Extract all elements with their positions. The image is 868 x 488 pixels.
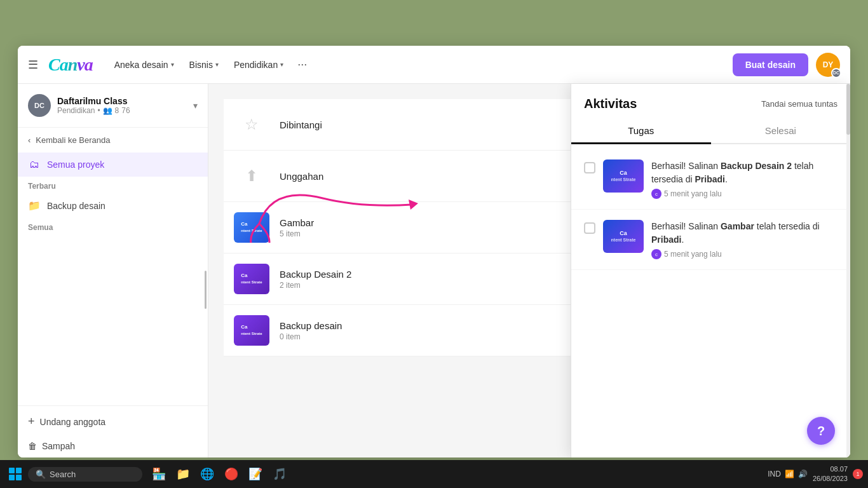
more-menu-button[interactable]: ··· xyxy=(292,54,312,75)
trash-button[interactable]: 🗑 Sampah xyxy=(18,435,208,458)
folder-count: 0 item xyxy=(280,332,342,341)
nav-item-bisnis[interactable]: Bisnis ▾ xyxy=(183,56,225,74)
sidebar-item-semua-proyek[interactable]: 🗂 Semua proyek xyxy=(18,152,208,177)
chevron-icon: ▾ xyxy=(280,61,283,68)
folder-upload-icon-wrap: ⬆ xyxy=(234,161,269,191)
folder-name: Backup Desain 2 xyxy=(280,269,351,280)
workspace-meta: Pendidikan • 👥 8 76 xyxy=(57,106,187,115)
taskbar-app-files[interactable]: 📁 xyxy=(172,463,194,485)
activity-checkbox[interactable] xyxy=(584,222,595,234)
navbar-nav: Aneka desain ▾ Bisnis ▾ Pendidikan ▾ ··· xyxy=(108,54,313,75)
sidebar-item-backup-desain[interactable]: 📁 Backup desain xyxy=(18,193,208,218)
folder-star-icon-wrap: ☆ xyxy=(234,109,269,140)
chevron-icon: ▾ xyxy=(171,61,174,68)
activity-avatar: c xyxy=(651,249,661,259)
activity-time-text: 5 menit yang lalu xyxy=(664,250,722,259)
workspace-name: Daftarilmu Class xyxy=(57,96,187,106)
canva-logo: Canva xyxy=(48,55,93,75)
divider xyxy=(18,405,208,406)
taskbar-search[interactable]: 🔍 Search xyxy=(28,467,142,482)
activity-item: Ca ntent Strate Berhasil! Salinan Backup… xyxy=(571,149,850,210)
mark-all-done-button[interactable]: Tandai semua tuntas xyxy=(761,99,837,109)
wifi-icon: 📶 xyxy=(785,470,794,478)
nav-item-pendidikan[interactable]: Pendidikan ▾ xyxy=(227,56,290,74)
folder-outline-icon: 📁 xyxy=(28,200,41,212)
main-content: DC Daftarilmu Class Pendidikan • 👥 8 76 … xyxy=(18,84,850,458)
start-button[interactable] xyxy=(5,464,25,484)
folder-icon: 🗂 xyxy=(28,159,41,170)
browser-window: ☰ Canva Aneka desain ▾ Bisnis ▾ Pendidik… xyxy=(18,46,850,458)
taskbar-right: IND 📶 🔊 08.07 26/08/2023 1 xyxy=(768,464,863,484)
sidebar: DC Daftarilmu Class Pendidikan • 👥 8 76 … xyxy=(18,84,208,458)
chevron-icon: ▾ xyxy=(215,61,219,68)
sidebar-scrollbar xyxy=(205,271,207,309)
panel-scrollbar xyxy=(846,84,850,458)
activity-time: c 5 menit yang lalu xyxy=(651,249,837,259)
windows-icon xyxy=(9,468,22,480)
back-icon: ‹ xyxy=(28,135,31,145)
folder-name: Dibintangi xyxy=(280,119,322,130)
folder-count: 5 item xyxy=(280,229,314,238)
nav-item-aneka-desain[interactable]: Aneka desain ▾ xyxy=(108,56,180,74)
star-icon: ☆ xyxy=(245,116,259,133)
taskbar-app-notes[interactable]: 📝 xyxy=(244,463,267,485)
activity-text: Berhasil! Salinan Gambar telah tersedia … xyxy=(651,220,837,259)
tab-selesai[interactable]: Selesai xyxy=(711,119,851,144)
activity-tabs: Tugas Selesai xyxy=(571,119,850,144)
activity-header: Aktivitas Tandai semua tuntas xyxy=(571,84,850,111)
tab-tugas[interactable]: Tugas xyxy=(571,119,711,144)
workspace-chevron-icon: ▾ xyxy=(193,100,198,111)
section-label-terbaru: Terbaru xyxy=(18,177,208,193)
activity-description: Berhasil! Salinan Gambar telah tersedia … xyxy=(651,220,837,247)
invite-member-button[interactable]: + Undang anggota xyxy=(18,409,208,435)
folder-name: Backup desain xyxy=(280,320,342,331)
plus-icon: + xyxy=(28,415,35,428)
activity-panel: Aktivitas Tandai semua tuntas Tugas Sele… xyxy=(571,84,850,458)
taskbar-app-edge[interactable]: 🌐 xyxy=(196,463,219,485)
help-button[interactable]: ? xyxy=(807,417,835,445)
language-indicator: IND xyxy=(768,470,781,478)
workspace-info: Daftarilmu Class Pendidikan • 👥 8 76 xyxy=(57,96,187,115)
menu-icon[interactable]: ☰ xyxy=(28,58,38,72)
user-avatar[interactable]: DY DC xyxy=(816,53,840,77)
taskbar-apps: 🏪 📁 🌐 🔴 📝 🎵 xyxy=(147,463,291,485)
search-icon: 🔍 xyxy=(36,470,46,479)
panel-scrollbar-thumb xyxy=(846,84,850,135)
activity-time: c 5 menit yang lalu xyxy=(651,189,837,199)
trash-icon: 🗑 xyxy=(28,441,37,451)
navbar: ☰ Canva Aneka desain ▾ Bisnis ▾ Pendidik… xyxy=(18,46,850,84)
activity-time-text: 5 menit yang lalu xyxy=(664,189,722,198)
activity-avatar: c xyxy=(651,189,661,199)
taskbar: 🔍 Search 🏪 📁 🌐 🔴 📝 🎵 IND 📶 🔊 08.07 xyxy=(0,460,868,488)
taskbar-app-store[interactable]: 🏪 xyxy=(147,463,170,485)
avatar-badge: DC xyxy=(831,68,841,78)
section-label-semua: Semua xyxy=(18,218,208,234)
upload-icon: ⬆ xyxy=(245,167,258,185)
activity-item: Ca ntent Strate Berhasil! Salinan Gambar… xyxy=(571,210,850,270)
activity-list: Ca ntent Strate Berhasil! Salinan Backup… xyxy=(571,144,850,458)
activity-thumbnail: Ca ntent Strate xyxy=(603,220,644,253)
activity-thumbnail: Ca ntent Strate xyxy=(603,159,644,193)
workspace-selector[interactable]: DC Daftarilmu Class Pendidikan • 👥 8 76 … xyxy=(18,84,208,128)
folder-thumbnail-backup2: Cantent Strate xyxy=(234,264,269,294)
navbar-right: Buat desain DY DC xyxy=(733,53,840,77)
taskbar-app-chrome[interactable]: 🔴 xyxy=(220,463,243,485)
activity-title: Aktivitas xyxy=(584,97,637,111)
taskbar-system-icons: IND 📶 🔊 xyxy=(768,470,808,478)
back-link[interactable]: ‹ Kembali ke Beranda xyxy=(18,128,208,152)
folder-name: Gambar xyxy=(280,217,314,228)
buat-desain-button[interactable]: Buat desain xyxy=(733,53,808,76)
folder-thumbnail-gambar: Cantent Strate xyxy=(234,212,269,243)
activity-checkbox[interactable] xyxy=(584,162,595,173)
taskbar-app-spotify[interactable]: 🎵 xyxy=(268,463,291,485)
volume-icon: 🔊 xyxy=(798,470,808,478)
search-text: Search xyxy=(50,470,76,479)
workspace-avatar: DC xyxy=(28,94,51,117)
folder-thumbnail-backup: Cantent Strate xyxy=(234,315,269,346)
folder-name: Unggahan xyxy=(280,171,323,182)
activity-text: Berhasil! Salinan Backup Desain 2 telah … xyxy=(651,159,837,199)
notification-badge[interactable]: 1 xyxy=(853,469,863,479)
taskbar-clock: 08.07 26/08/2023 xyxy=(813,464,848,484)
activity-description: Berhasil! Salinan Backup Desain 2 telah … xyxy=(651,159,837,186)
folder-count: 2 item xyxy=(280,281,351,290)
